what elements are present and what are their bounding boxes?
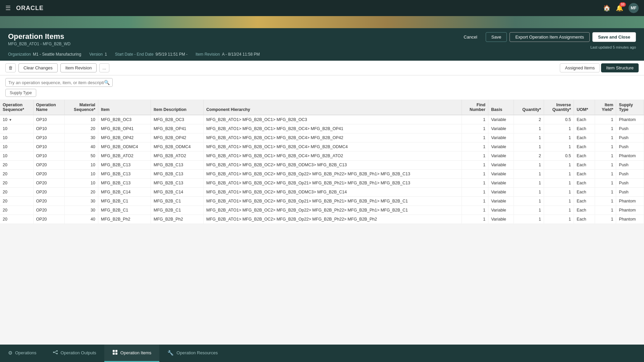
- uom-cell: Each: [574, 197, 595, 206]
- op-seq-cell: 10: [0, 124, 33, 133]
- item-cell: MFG_B2B_OP41: [98, 124, 151, 133]
- revision-label: Item Revision: [196, 52, 220, 57]
- table-row[interactable]: 20OP2030MFG_B2B_C1MFG_B2B_C1MFG_B2B_ATO1…: [0, 206, 644, 215]
- table-row[interactable]: 10OP1030MFG_B2B_OP42MFG_B2B_OP42MFG_B2B_…: [0, 133, 644, 142]
- uom-cell: Each: [574, 215, 595, 224]
- table-row[interactable]: 20OP2040MFG_B2B_Ph2MFG_B2B_Ph2MFG_B2B_AT…: [0, 215, 644, 224]
- op-name-cell: OP20: [33, 215, 65, 224]
- hamburger-icon[interactable]: ☰: [5, 4, 11, 12]
- mat-seq-cell: 10: [65, 179, 98, 188]
- item-yield-cell: 1: [595, 197, 616, 206]
- uom-cell: Each: [574, 170, 595, 179]
- banner-strip: [0, 16, 644, 28]
- item-cell: MFG_B2B_ATO2: [98, 152, 151, 161]
- find-number-cell: 1: [462, 179, 488, 188]
- table-row[interactable]: 20OP2010MFG_B2B_C13MFG_B2B_C13MFG_B2B_AT…: [0, 170, 644, 179]
- comp-hierarchy-cell: MFG_B2B_ATO1> MFG_B2B_OC1> MFG_B2B_OC4> …: [204, 124, 462, 133]
- more-options-button[interactable]: ...: [99, 63, 109, 72]
- table-row[interactable]: 20OP2030MFG_B2B_C1MFG_B2B_C1MFG_B2B_ATO1…: [0, 197, 644, 206]
- basis-cell: Variable: [488, 115, 514, 124]
- inv-quantity-cell: 1: [544, 133, 574, 142]
- item-yield-cell: 1: [595, 161, 616, 170]
- item-cell: MFG_B2B_C1: [98, 197, 151, 206]
- item-desc-cell: MFG_B2B_OP42: [151, 133, 204, 142]
- table-row[interactable]: 10OP1040MFG_B2B_ODMC4MFG_B2B_ODMC4MFG_B2…: [0, 142, 644, 152]
- quantity-cell: 1: [514, 188, 544, 197]
- find-number-cell: 1: [462, 206, 488, 215]
- op-name-cell: OP20: [33, 170, 65, 179]
- op-seq-cell: 10: [0, 152, 33, 161]
- mat-seq-cell: 40: [65, 215, 98, 224]
- basis-cell: Variable: [488, 170, 514, 179]
- supply-type-filter[interactable]: Supply Type: [5, 89, 36, 97]
- basis-cell: Variable: [488, 215, 514, 224]
- supply-type-cell: Push: [616, 179, 644, 188]
- date-label: Start Date - End Date: [115, 52, 154, 57]
- uom-cell: Each: [574, 124, 595, 133]
- inv-quantity-cell: 0.5: [544, 152, 574, 161]
- table-row[interactable]: 20OP2010MFG_B2B_C13MFG_B2B_C13MFG_B2B_AT…: [0, 161, 644, 170]
- item-yield-cell: 1: [595, 152, 616, 161]
- item-cell: MFG_B2B_C13: [98, 179, 151, 188]
- col-basis: Basis: [488, 100, 514, 115]
- home-icon[interactable]: 🏠: [603, 4, 610, 12]
- supply-type-cell: Push: [616, 161, 644, 170]
- comp-hierarchy-cell: MFG_B2B_ATO1> MFG_B2B_OC1> MFG_B2B_OC4> …: [204, 152, 462, 161]
- op-seq-cell: 20: [0, 215, 33, 224]
- search-input-wrap[interactable]: 🔍: [5, 78, 113, 87]
- basis-cell: Variable: [488, 206, 514, 215]
- supply-type-cell: Push: [616, 170, 644, 179]
- item-revision-button[interactable]: Item Revision: [60, 63, 97, 72]
- save-button[interactable]: Save: [486, 32, 507, 42]
- cancel-button[interactable]: Cancel: [458, 32, 483, 42]
- item-yield-cell: 1: [595, 188, 616, 197]
- user-avatar[interactable]: MF: [629, 3, 639, 13]
- table-row[interactable]: 10▼OP1010MFG_B2B_OC3MFG_B2B_OC3MFG_B2B_A…: [0, 115, 644, 124]
- header-top: Operation Items MFG_B2B_ATO1 - MFG_B2B_W…: [8, 32, 636, 49]
- delete-button[interactable]: 🗑: [5, 63, 16, 72]
- item-yield-cell: 1: [595, 115, 616, 124]
- item-cell: MFG_B2B_ODMC4: [98, 142, 151, 152]
- op-name-cell: OP10: [33, 142, 65, 152]
- find-number-cell: 1: [462, 115, 488, 124]
- uom-cell: Each: [574, 188, 595, 197]
- table-row[interactable]: 10OP1050MFG_B2B_ATO2MFG_B2B_ATO2MFG_B2B_…: [0, 152, 644, 161]
- col-item: Item: [98, 100, 151, 115]
- op-seq-cell: 20: [0, 179, 33, 188]
- revision-value: A - 8/13/24 11:58 PM: [222, 52, 260, 57]
- find-number-cell: 1: [462, 152, 488, 161]
- basis-cell: Variable: [488, 179, 514, 188]
- table-row[interactable]: 20OP2010MFG_B2B_C13MFG_B2B_C13MFG_B2B_AT…: [0, 179, 644, 188]
- toolbar-right: Assigned Items Item Structure: [560, 63, 639, 72]
- save-close-button[interactable]: Save and Close: [592, 32, 636, 42]
- version-label: Version: [89, 52, 103, 57]
- op-name-cell: OP10: [33, 124, 65, 133]
- search-input[interactable]: [8, 80, 104, 85]
- quantity-cell: 2: [514, 152, 544, 161]
- notification-bell-icon[interactable]: 🔔 88: [616, 4, 623, 12]
- item-desc-cell: MFG_B2B_ODMC4: [151, 142, 204, 152]
- inv-quantity-cell: 1: [544, 124, 574, 133]
- table-row[interactable]: 20OP2020MFG_B2B_C14MFG_B2B_C14MFG_B2B_AT…: [0, 188, 644, 197]
- op-seq-cell: 20: [0, 206, 33, 215]
- item-structure-tab[interactable]: Item Structure: [601, 63, 639, 72]
- assigned-items-tab[interactable]: Assigned Items: [560, 63, 600, 72]
- table-body: 10▼OP1010MFG_B2B_OC3MFG_B2B_OC3MFG_B2B_A…: [0, 115, 644, 224]
- clear-changes-button[interactable]: Clear Changes: [18, 63, 58, 72]
- table-row[interactable]: 10OP1020MFG_B2B_OP41MFG_B2B_OP41MFG_B2B_…: [0, 124, 644, 133]
- quantity-cell: 1: [514, 124, 544, 133]
- col-op-name: OperationName: [33, 100, 65, 115]
- search-icon[interactable]: 🔍: [104, 80, 110, 85]
- inv-quantity-cell: 0.5: [544, 115, 574, 124]
- supply-type-cell: Phantom: [616, 152, 644, 161]
- col-find-number: FindNumber: [462, 100, 488, 115]
- export-button[interactable]: Export Operation Item Assignments: [509, 32, 589, 42]
- mat-seq-cell: 30: [65, 197, 98, 206]
- find-number-cell: 1: [462, 197, 488, 206]
- uom-cell: Each: [574, 179, 595, 188]
- supply-type-cell: Phantom: [616, 206, 644, 215]
- dropdown-arrow-icon[interactable]: ▼: [9, 118, 12, 122]
- uom-cell: Each: [574, 115, 595, 124]
- comp-hierarchy-cell: MFG_B2B_ATO1> MFG_B2B_OC2> MFG_B2B_ODMC3…: [204, 161, 462, 170]
- page-title: Operation Items: [8, 32, 70, 41]
